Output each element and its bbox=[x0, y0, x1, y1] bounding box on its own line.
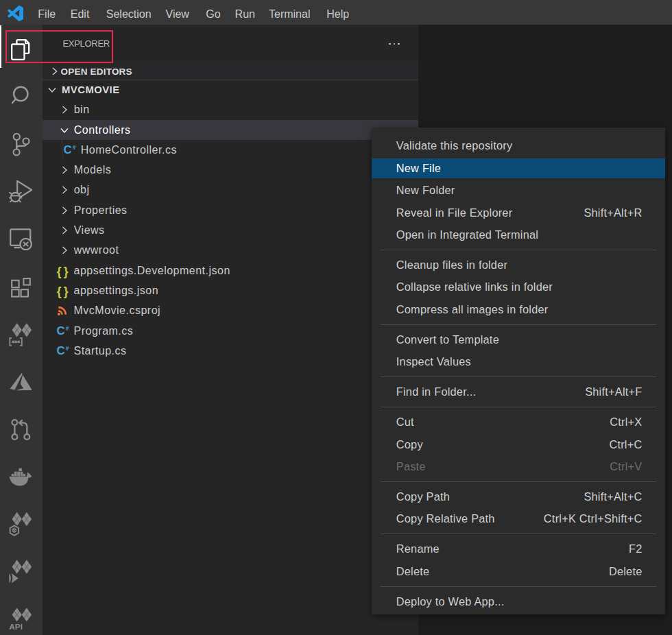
svg-text:#: # bbox=[72, 143, 75, 150]
svg-text:}: } bbox=[63, 284, 68, 298]
svg-text:#: # bbox=[65, 344, 69, 351]
svg-text:#: # bbox=[65, 324, 69, 331]
svg-text:C: C bbox=[56, 344, 64, 357]
svg-text:}: } bbox=[63, 264, 68, 278]
svg-text:{: { bbox=[56, 264, 61, 278]
svg-text:{: { bbox=[56, 284, 61, 298]
svg-text:C: C bbox=[63, 143, 71, 156]
svg-text:C: C bbox=[56, 324, 64, 337]
svg-text:API: API bbox=[9, 622, 23, 631]
